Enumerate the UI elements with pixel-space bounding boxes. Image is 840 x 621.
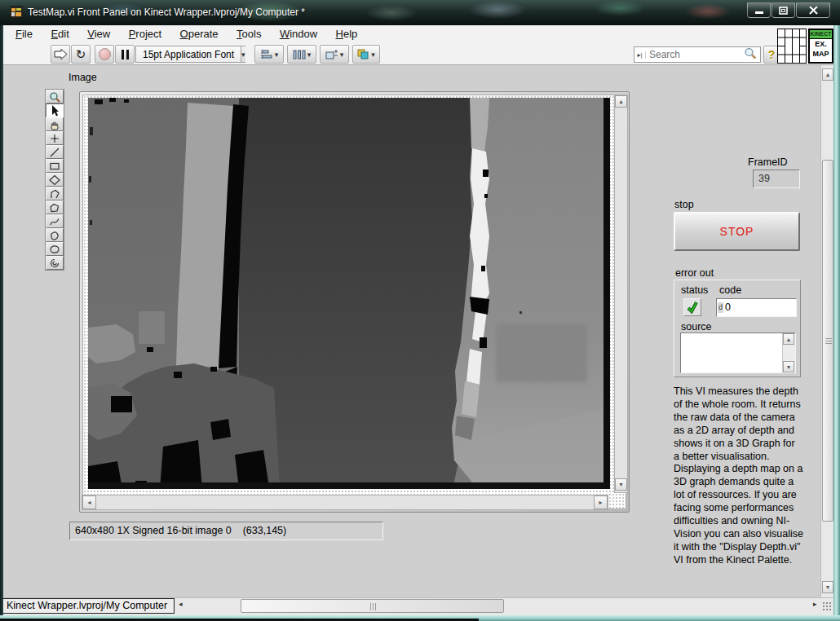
menu-help[interactable]: Help [329,25,365,43]
window-title: TestMap.vi Front Panel on Kinect Wrapper… [28,7,305,18]
vi-icon[interactable]: KINECT EX. MAP [808,29,833,64]
titlebar: TestMap.vi Front Panel on Kinect Wrapper… [0,0,840,26]
resize-grip[interactable] [822,601,833,612]
error-source-field[interactable]: ▴ ▾ [680,333,796,373]
app-icon [10,6,23,22]
polyline-icon [48,188,61,200]
align-objects-button[interactable]: ▾ [254,45,284,64]
tool-freehand-region[interactable] [46,228,64,242]
line-icon [48,147,61,158]
tool-line[interactable] [46,145,64,159]
vi-icon-banner: KINECT [810,30,832,39]
chevron-down-icon: ▾ [340,51,344,59]
menu-edit[interactable]: Edit [43,25,76,43]
run-button[interactable] [51,45,70,64]
abort-button[interactable] [95,45,114,64]
thumb-grip [370,603,377,610]
radix-indicator[interactable]: d [718,302,723,313]
context-tab[interactable]: Kinect Wrapper.lvproj/My Computer [2,598,175,614]
scroll-down-icon[interactable]: ▾ [615,478,627,491]
vi-icon-line2: MAP [810,49,832,59]
window-border-right [833,25,840,615]
panel-vertical-scrollbar[interactable]: ▴ ▾ [820,65,833,597]
resize-objects-button[interactable]: ▾ [320,45,349,64]
menu-project[interactable]: Project [122,25,169,43]
tab-scroll-left-icon[interactable]: ◂ [179,600,183,608]
vertical-scroll-thumb[interactable] [822,160,833,522]
minimize-button[interactable] [747,2,771,18]
tool-polyline[interactable] [46,187,64,200]
chevron-down-icon: ▾ [307,51,312,59]
window-border-left [0,25,3,615]
image-label: Image [69,72,97,83]
reorder-button[interactable]: ▾ [352,45,380,64]
tool-selection[interactable] [46,104,64,117]
tool-oval[interactable] [46,242,64,256]
distribute-objects-icon [293,49,306,60]
menu-file[interactable]: File [8,25,40,43]
align-objects-icon [260,49,273,60]
annulus-icon [48,258,61,269]
vi-description: This VI measures the depth of the whole … [674,385,837,567]
source-scrollbar[interactable]: ▴ ▾ [782,333,795,372]
depth-image[interactable] [88,98,610,489]
scroll-right-icon[interactable]: ▸ [813,600,817,608]
menu-operate[interactable]: Operate [173,25,226,43]
stop-label: stop [674,199,694,210]
tool-freehand-line[interactable] [46,214,64,228]
search-scope-arrow-icon[interactable]: ▸| [634,51,646,59]
chevron-down-icon: ▾ [275,51,279,59]
font-selector[interactable]: 15pt Application Font ▾ [135,46,245,63]
reorder-icon [357,49,369,60]
scroll-down-icon[interactable]: ▾ [822,581,833,593]
freehand-region-icon [48,230,61,241]
vi-icon-line1: EX. [810,39,832,49]
tool-polygon[interactable] [46,200,64,214]
menubar: File Edit View Project Operate Tools Win… [3,25,838,43]
image-vertical-scrollbar[interactable]: ▴ ▾ [614,95,628,493]
scroll-up-icon[interactable]: ▴ [822,68,833,81]
run-continuous-button[interactable]: ↻ [71,45,91,64]
maximize-button[interactable] [771,2,795,18]
scroll-up-icon[interactable]: ▴ [615,95,627,108]
scroll-left-icon[interactable]: ◂ [82,495,96,509]
scroll-up-icon[interactable]: ▴ [783,333,794,345]
horizontal-scroll-thumb[interactable] [241,599,504,613]
error-code-value: 0 [725,302,731,313]
close-button[interactable] [796,2,830,18]
chevron-down-icon[interactable]: ▾ [241,46,245,62]
menu-window[interactable]: Window [272,25,325,43]
tool-rectangle[interactable] [46,159,64,173]
error-out-label: error out [675,267,714,279]
zoom-icon [48,91,61,103]
green-check-icon [686,301,699,314]
crosshair-icon [48,133,61,144]
stop-button[interactable]: STOP [674,212,800,251]
tool-annulus[interactable] [46,256,64,270]
pause-button[interactable] [115,45,135,64]
polygon-icon [48,202,61,214]
tool-rotated-rectangle[interactable] [46,173,64,187]
tool-pan[interactable] [46,117,64,131]
scroll-right-icon[interactable]: ▸ [594,495,608,509]
tool-point[interactable] [46,131,64,145]
tool-zoom[interactable] [46,90,64,104]
status-label: status [681,284,708,296]
distribute-objects-button[interactable]: ▾ [287,45,316,64]
image-tool-palette [45,89,64,271]
scroll-down-icon[interactable]: ▾ [783,361,794,372]
connector-pane[interactable] [777,29,807,67]
search-box[interactable]: ▸| [634,46,761,63]
menu-tools[interactable]: Tools [229,25,268,43]
resize-objects-icon [325,49,338,60]
code-label: code [719,284,741,296]
search-icon [744,47,760,63]
error-status-led[interactable] [683,298,701,316]
menu-view[interactable]: View [80,25,117,43]
image-horizontal-scrollbar[interactable]: ◂ ▸ [82,495,608,510]
connector-pane-grid [777,29,807,64]
font-selector-value: 15pt Application Font [136,49,241,60]
error-code-field[interactable]: d 0 [716,298,797,317]
search-input[interactable] [646,49,744,60]
window-border-bottom [0,615,840,621]
